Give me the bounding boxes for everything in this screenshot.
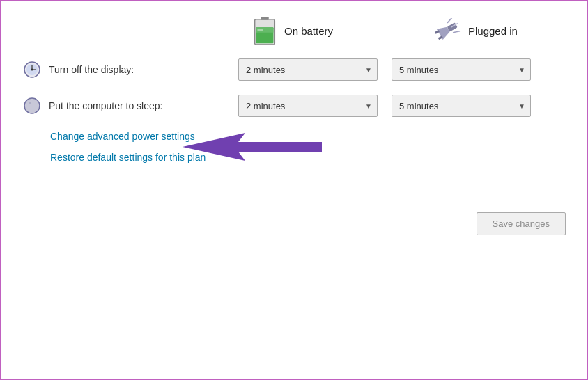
restore-default-link[interactable]: Restore default settings for this plan [50,152,566,163]
sleep-label-area: Put the computer to sleep: [22,96,238,116]
svg-line-11 [453,29,460,35]
divider [1,191,587,191]
display-icon [22,60,42,79]
header-row: On battery Plu [22,15,566,46]
turn-off-battery-dropdown-wrapper: 1 minute 2 minutes 3 minutes 5 minutes 1… [238,58,378,81]
sleep-icon [22,96,42,116]
footer-area: Save changes [1,198,587,249]
save-changes-button[interactable]: Save changes [477,212,566,235]
sleep-plugged-select[interactable]: 1 minute 2 minutes 3 minutes 5 minutes 1… [392,95,531,117]
sleep-battery-dropdown-wrapper: 1 minute 2 minutes 3 minutes 5 minutes 1… [238,95,378,117]
turn-off-display-label-area: Turn off the display: [22,60,238,79]
svg-point-17 [24,98,40,113]
plug-icon [433,18,461,43]
turn-off-plugged-dropdown-wrapper: 1 minute 2 minutes 3 minutes 5 minutes 1… [392,58,531,81]
turn-off-battery-select[interactable]: 1 minute 2 minutes 3 minutes 5 minutes 1… [238,58,378,81]
turn-off-plugged-select[interactable]: 1 minute 2 minutes 3 minutes 5 minutes 1… [392,58,531,81]
on-battery-label: On battery [284,25,333,37]
main-content: On battery Plu [1,1,587,184]
links-area: Change advanced power settings Restore d… [22,131,566,163]
turn-off-display-label: Turn off the display: [49,64,134,75]
svg-rect-4 [257,29,263,31]
turn-off-display-row: Turn off the display: 1 minute 2 minutes… [22,58,566,81]
plugged-in-header: Plugged in [433,18,559,43]
plugged-in-label: Plugged in [468,25,518,37]
svg-line-9 [446,18,453,23]
change-advanced-link[interactable]: Change advanced power settings [50,131,566,142]
sleep-dropdowns: 1 minute 2 minutes 3 minutes 5 minutes 1… [238,95,531,117]
battery-icon [252,15,277,46]
on-battery-header: On battery [252,15,378,46]
svg-point-16 [31,69,33,71]
svg-point-18 [29,102,31,104]
turn-off-display-dropdowns: 1 minute 2 minutes 3 minutes 5 minutes 1… [238,58,531,81]
sleep-row: Put the computer to sleep: 1 minute 2 mi… [22,95,566,117]
sleep-plugged-dropdown-wrapper: 1 minute 2 minutes 3 minutes 5 minutes 1… [392,95,531,117]
svg-rect-1 [261,17,268,20]
sleep-label: Put the computer to sleep: [49,100,162,111]
sleep-battery-select[interactable]: 1 minute 2 minutes 3 minutes 5 minutes 1… [238,95,378,117]
